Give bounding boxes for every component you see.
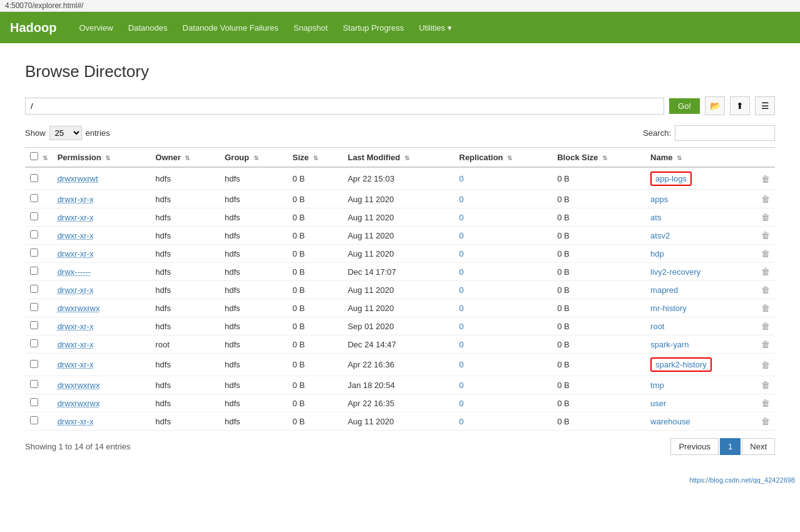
delete-icon[interactable]: 🗑 (761, 285, 770, 295)
name-link[interactable]: root (650, 322, 664, 331)
row-checkbox[interactable] (30, 416, 38, 424)
nav-overview[interactable]: Overview (71, 14, 120, 41)
delete-icon[interactable]: 🗑 (761, 380, 770, 390)
nav-startup-progress[interactable]: Startup Progress (336, 14, 412, 41)
name-link[interactable]: spark-yarn (650, 340, 689, 349)
replication-link[interactable]: 0 (459, 249, 464, 258)
name-link[interactable]: hdp (650, 249, 664, 258)
row-checkbox[interactable] (30, 321, 38, 329)
permission-link[interactable]: drwxrwxrwx (58, 399, 100, 408)
entries-select[interactable]: 10 25 50 100 (49, 126, 82, 140)
permission-link[interactable]: drwxr-xr-x (58, 285, 94, 295)
row-checkbox[interactable] (30, 380, 38, 388)
row-checkbox[interactable] (30, 267, 38, 275)
header-group[interactable]: Group ⇅ (220, 148, 287, 168)
delete-icon[interactable]: 🗑 (761, 212, 770, 222)
nav-snapshot[interactable]: Snapshot (286, 14, 336, 41)
replication-link[interactable]: 0 (459, 267, 464, 277)
delete-icon[interactable]: 🗑 (761, 248, 770, 258)
replication-link[interactable]: 0 (459, 231, 464, 240)
delete-icon[interactable]: 🗑 (761, 174, 770, 184)
next-button[interactable]: Next (742, 438, 775, 455)
go-button[interactable]: Go! (669, 98, 700, 114)
permission-link[interactable]: drwxr-xr-x (58, 340, 94, 349)
permission-link[interactable]: drwxr-xr-x (58, 195, 94, 204)
header-name[interactable]: Name ⇅ (645, 148, 756, 168)
name-link[interactable]: ats (650, 213, 661, 222)
name-link[interactable]: livy2-recovery (650, 267, 700, 277)
replication-link[interactable]: 0 (459, 195, 464, 204)
replication-link[interactable]: 0 (459, 174, 464, 183)
row-checkbox[interactable] (30, 303, 38, 311)
row-checkbox[interactable] (30, 194, 38, 202)
row-permission: drwx------ (53, 263, 151, 281)
delete-icon[interactable]: 🗑 (761, 230, 770, 240)
row-checkbox[interactable] (30, 398, 38, 406)
search-input[interactable] (675, 125, 775, 141)
permission-link[interactable]: drwx------ (58, 267, 91, 277)
header-block-size[interactable]: Block Size ⇅ (552, 148, 645, 168)
previous-button[interactable]: Previous (670, 438, 719, 455)
replication-link[interactable]: 0 (459, 340, 464, 349)
name-link[interactable]: mapred (650, 285, 678, 295)
row-checkbox[interactable] (30, 174, 38, 182)
row-owner: hdfs (150, 376, 220, 394)
list-button[interactable]: ☰ (755, 96, 775, 115)
row-checkbox[interactable] (30, 230, 38, 238)
replication-link[interactable]: 0 (459, 417, 464, 426)
header-permission[interactable]: Permission ⇅ (53, 148, 151, 168)
delete-icon[interactable]: 🗑 (761, 267, 770, 277)
replication-link[interactable]: 0 (459, 304, 464, 313)
permission-link[interactable]: drwxrwxrwt (58, 174, 98, 183)
permission-link[interactable]: drwxr-xr-x (58, 213, 94, 222)
nav-utilities-btn[interactable]: Utilities ▾ (411, 14, 459, 41)
name-link[interactable]: app-logs (650, 171, 692, 186)
row-checkbox[interactable] (30, 360, 38, 368)
delete-icon[interactable]: 🗑 (761, 321, 770, 331)
show-label: Show (25, 128, 46, 138)
sort-icon-checkbox: ⇅ (43, 155, 48, 161)
name-link[interactable]: mr-history (650, 304, 687, 313)
name-link[interactable]: spark2-history (650, 357, 712, 372)
replication-link[interactable]: 0 (459, 213, 464, 222)
replication-link[interactable]: 0 (459, 360, 464, 369)
delete-icon[interactable]: 🗑 (761, 194, 770, 204)
row-checkbox[interactable] (30, 248, 38, 257)
name-link[interactable]: user (650, 399, 666, 408)
permission-link[interactable]: drwxr-xr-x (58, 360, 94, 369)
name-link[interactable]: warehouse (650, 417, 690, 426)
delete-icon[interactable]: 🗑 (761, 360, 770, 370)
header-owner[interactable]: Owner ⇅ (150, 148, 220, 168)
header-last-modified[interactable]: Last Modified ⇅ (342, 148, 454, 168)
name-link[interactable]: atsv2 (650, 231, 670, 240)
permission-link[interactable]: drwxr-xr-x (58, 249, 94, 258)
upload-button[interactable]: ⬆ (730, 96, 750, 115)
permission-link[interactable]: drwxr-xr-x (58, 231, 94, 240)
name-link[interactable]: apps (650, 195, 668, 204)
permission-link[interactable]: drwxrwxrwx (58, 381, 100, 390)
nav-datanode-volume-failures[interactable]: Datanode Volume Failures (175, 14, 286, 41)
header-replication[interactable]: Replication ⇅ (454, 148, 553, 168)
path-input[interactable] (25, 98, 664, 115)
select-all-checkbox[interactable] (30, 152, 38, 160)
nav-datanodes[interactable]: Datanodes (121, 14, 175, 41)
header-size[interactable]: Size ⇅ (287, 148, 342, 168)
page-1-button[interactable]: 1 (720, 438, 741, 455)
delete-icon[interactable]: 🗑 (761, 416, 770, 426)
delete-icon[interactable]: 🗑 (761, 339, 770, 349)
folder-open-button[interactable]: 📂 (705, 96, 725, 115)
delete-icon[interactable]: 🗑 (761, 398, 770, 408)
row-checkbox[interactable] (30, 339, 38, 347)
replication-link[interactable]: 0 (459, 322, 464, 331)
permission-link[interactable]: drwxr-xr-x (58, 322, 94, 331)
brand-link[interactable]: Hadoop (10, 21, 56, 35)
delete-icon[interactable]: 🗑 (761, 303, 770, 313)
permission-link[interactable]: drwxr-xr-x (58, 417, 94, 426)
replication-link[interactable]: 0 (459, 399, 464, 408)
permission-link[interactable]: drwxrwxrwx (58, 304, 100, 313)
row-checkbox[interactable] (30, 285, 38, 293)
replication-link[interactable]: 0 (459, 381, 464, 390)
row-checkbox[interactable] (30, 212, 38, 220)
name-link[interactable]: tmp (650, 381, 664, 390)
replication-link[interactable]: 0 (459, 285, 464, 295)
